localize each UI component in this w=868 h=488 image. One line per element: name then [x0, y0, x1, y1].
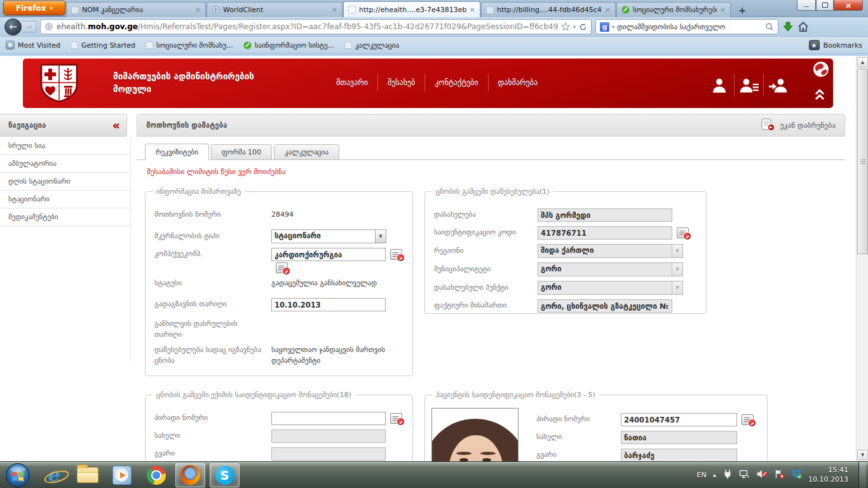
patient-last-name-input	[621, 449, 737, 461]
go-back-button[interactable]: უკან დაბრუნება	[761, 118, 836, 133]
taskbar-chrome-icon[interactable]	[141, 463, 171, 487]
start-button[interactable]	[5, 463, 31, 488]
tab-close-icon[interactable]	[195, 6, 201, 14]
site-identity-globe-icon[interactable]	[44, 22, 53, 31]
patient-personal-number-input[interactable]	[621, 413, 737, 426]
volume-muted-icon[interactable]	[756, 469, 768, 481]
field-label: ფაქტიური მისამართი	[434, 301, 538, 311]
scroll-down-icon[interactable]	[857, 450, 868, 460]
tab-close-icon[interactable]	[470, 6, 475, 14]
fieldset-legend: ინფორმაცია მიმართვაზე	[153, 187, 245, 196]
sidebar-item-hospital[interactable]: სტაციონარი	[0, 191, 130, 208]
field-label: განხილვის დასრულების თარიღი	[154, 319, 271, 340]
search-bar[interactable]: დილამშვიდობისა საქართველო	[595, 19, 778, 34]
clock-date: 10.10.2013	[808, 475, 848, 485]
user-login-arrow-icon[interactable]	[763, 74, 792, 97]
sidebar-item-medications[interactable]: მედიკამენტები	[0, 208, 130, 226]
language-globe-icon[interactable]	[813, 61, 829, 79]
browser-tab-5[interactable]: სოციალური მომსახურების საა...	[616, 2, 731, 17]
browser-tab-3-active[interactable]: http://ehealth....e3-7e43813eb2e6	[343, 1, 480, 17]
sidebar-item-ambulatory[interactable]: ამბულატორია	[0, 155, 130, 173]
minimize-button[interactable]	[797, 0, 816, 11]
search-input-value[interactable]: დილამშვიდობისა საქართველო	[617, 23, 763, 31]
tab-form-100[interactable]: ფორმა 100	[211, 144, 272, 160]
maximize-button[interactable]	[816, 0, 834, 11]
user-list-icon[interactable]	[734, 74, 763, 97]
nav-about[interactable]: შესახებ	[377, 74, 424, 92]
lookup-icon[interactable]	[677, 227, 689, 238]
tab-label: WorldClient	[223, 6, 329, 14]
close-button[interactable]	[834, 0, 863, 11]
language-indicator[interactable]: EN	[696, 471, 706, 479]
component-input[interactable]	[271, 248, 386, 261]
bookmark-most-visited[interactable]: Most Visited	[6, 41, 60, 50]
form-tabs: რეკვიზიტები ფორმა 100 კალკულაცია	[145, 144, 339, 160]
lookup-icon[interactable]	[390, 413, 402, 424]
url-text[interactable]: ehealth.moh.gov.ge/Hmis/ReferralsTest/Pa…	[57, 22, 558, 31]
reload-icon[interactable]	[579, 23, 587, 31]
tab-requisites[interactable]: რეკვიზიტები	[145, 144, 209, 160]
nav-home[interactable]: მთავარი	[327, 74, 377, 92]
bookmark-social-service[interactable]: სოციალური მომსახუ...	[146, 41, 233, 50]
nav-contacts[interactable]: კონტაქტები	[424, 74, 487, 92]
nav-help[interactable]: დახმარება	[488, 74, 548, 92]
taskbar-explorer-folder-icon[interactable]	[72, 463, 102, 487]
taskbar-media-player-icon[interactable]	[107, 463, 137, 487]
action-center-flag-icon[interactable]	[774, 469, 785, 481]
taskbar-firefox-icon-active[interactable]	[175, 463, 205, 487]
firefox-menu-button[interactable]: Firefox	[3, 1, 65, 15]
lookup-icon[interactable]	[742, 414, 754, 425]
network-icon[interactable]	[739, 469, 750, 481]
home-icon[interactable]	[797, 21, 809, 32]
browser-tab-4[interactable]: http://billing....44-fdb46d45c493	[481, 2, 616, 17]
search-engine-dropdown-icon[interactable]	[612, 24, 614, 30]
back-button[interactable]	[4, 18, 22, 36]
chevron-down-icon	[672, 281, 682, 294]
sidebar-title: ნავიგაცია	[8, 121, 46, 130]
browser-tab-1[interactable]: NOM კანცელარია	[66, 2, 206, 17]
tab-close-icon[interactable]	[720, 6, 726, 14]
downloads-icon[interactable]	[782, 21, 794, 32]
bookmarks-menu-button[interactable]: Bookmarks	[809, 40, 862, 50]
treatment-type-select[interactable]: სტაციონარი	[271, 229, 386, 243]
chevron-down-icon[interactable]	[375, 230, 386, 243]
taskbar-skype-icon-active[interactable]	[210, 463, 240, 487]
doctor-personal-number-input[interactable]	[271, 412, 386, 425]
tab-close-icon[interactable]	[332, 6, 337, 14]
dropbox-icon[interactable]	[791, 469, 802, 481]
clear-lookup-icon[interactable]	[276, 262, 288, 273]
tab-close-icon[interactable]	[605, 6, 611, 14]
power-plug-icon[interactable]	[722, 469, 733, 481]
sidebar-item-day-hospital[interactable]: დღის სტაციონარი	[0, 173, 130, 191]
hidden-icons-chevron[interactable]	[713, 473, 716, 478]
url-bar[interactable]: ehealth.moh.gov.ge/Hmis/ReferralsTest/Pa…	[40, 19, 592, 34]
vertical-scrollbar[interactable]	[856, 56, 868, 461]
sidebar-header: ნავიგაცია «	[0, 114, 127, 137]
window-controls	[797, 0, 863, 11]
sidebar-collapse-icon[interactable]: «	[112, 119, 118, 132]
form-row: გვარი	[536, 449, 761, 461]
collapse-header-chevron-icon[interactable]	[813, 88, 826, 104]
search-magnifier-icon[interactable]	[765, 22, 774, 31]
scrollbar-thumb[interactable]	[857, 69, 868, 254]
bookmark-star-icon[interactable]	[561, 22, 570, 31]
taskbar-clock[interactable]: 15:41 10.10.2013	[808, 466, 848, 485]
google-search-engine-icon[interactable]	[600, 22, 609, 32]
url-dropdown-icon[interactable]	[573, 24, 576, 30]
screen: Firefox NOM კანცელარია WorldClient http:…	[0, 0, 868, 488]
tab-calculation[interactable]: კალკულაცია	[274, 144, 339, 160]
sent-date-input[interactable]	[271, 298, 386, 311]
bookmark-information-system[interactable]: საინფორმაციო სისტე...	[243, 41, 334, 50]
lookup-icon[interactable]	[390, 249, 402, 260]
taskbar-internet-explorer-icon[interactable]: e	[38, 463, 68, 487]
bookmark-calculation[interactable]: კალკულაცია	[344, 41, 399, 50]
user-profile-icon[interactable]	[705, 74, 734, 97]
show-desktop-button[interactable]	[858, 462, 866, 488]
scroll-up-icon[interactable]	[857, 57, 868, 67]
browser-tab-2[interactable]: WorldClient	[207, 2, 342, 17]
bookmark-getting-started[interactable]: Getting Started	[71, 41, 135, 50]
new-tab-button[interactable]: +	[734, 4, 750, 16]
sidebar-item-full-list[interactable]: სრული სია	[0, 137, 130, 155]
url-path: /Hmis/ReferralsTest/Pages/Register.aspx?…	[138, 22, 558, 31]
forward-button[interactable]	[22, 21, 36, 32]
